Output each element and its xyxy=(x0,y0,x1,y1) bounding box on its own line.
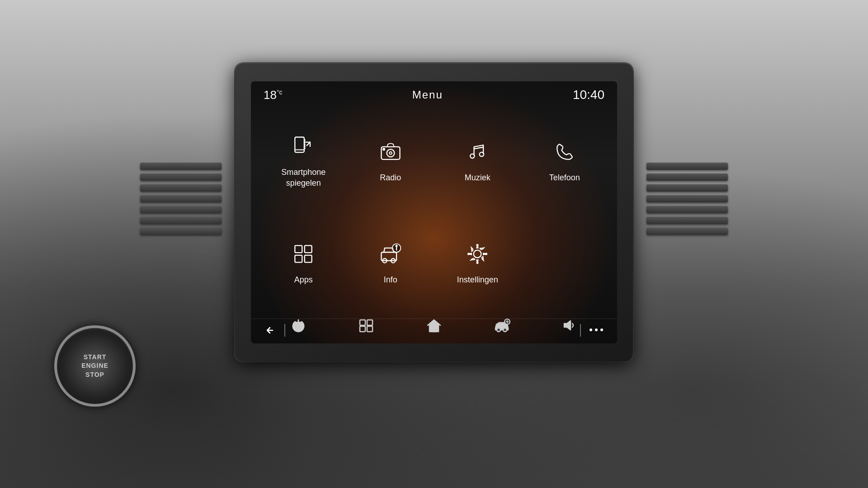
bottom-right-controls xyxy=(580,324,604,337)
radio-label: Radio xyxy=(380,173,401,183)
instellingen-label: Instellingen xyxy=(457,275,498,285)
menu-item-apps[interactable]: Apps xyxy=(260,212,347,314)
screen-bezel: 18°c Menu 10:40 xyxy=(235,63,633,361)
menu-item-muziek[interactable]: Muziek xyxy=(434,110,521,212)
menu-item-empty xyxy=(521,212,609,314)
smartphone-label: Smartphone spiegelen xyxy=(281,167,326,188)
apps-label: Apps xyxy=(294,275,313,285)
status-bar: 18°c Menu 10:40 xyxy=(251,81,617,106)
svg-rect-12 xyxy=(305,245,312,253)
music-icon xyxy=(465,139,490,168)
clock-display: 10:40 xyxy=(573,88,604,102)
infotainment-screen[interactable]: 18°c Menu 10:40 xyxy=(251,81,617,343)
menu-item-radio[interactable]: Radio xyxy=(347,110,434,212)
screen-title: Menu xyxy=(412,89,443,101)
temperature-unit: °c xyxy=(277,89,283,96)
engine-label: ENGINE xyxy=(81,361,108,371)
telefoon-label: Telefoon xyxy=(549,173,580,183)
svg-point-7 xyxy=(383,149,385,150)
more-options-button[interactable] xyxy=(588,325,604,336)
svg-point-21 xyxy=(474,250,481,258)
vent-right xyxy=(642,158,732,249)
svg-line-10 xyxy=(474,147,484,149)
stop-label: STOP xyxy=(81,371,108,380)
temperature-display: 18°c xyxy=(264,88,283,102)
svg-point-20 xyxy=(396,245,397,246)
svg-rect-14 xyxy=(305,255,312,262)
svg-point-22 xyxy=(590,328,592,331)
svg-point-8 xyxy=(470,154,474,158)
svg-point-5 xyxy=(387,149,394,157)
radio-icon xyxy=(378,139,403,168)
temperature-value: 18 xyxy=(264,88,277,102)
info-label: Info xyxy=(384,275,397,285)
bottom-left-controls xyxy=(264,324,285,337)
svg-point-9 xyxy=(480,152,484,156)
menu-item-info[interactable]: Info xyxy=(347,212,434,314)
start-engine-stop-button[interactable]: START ENGINE STOP xyxy=(54,325,136,407)
phone-icon xyxy=(552,139,577,168)
bottom-nav-bar xyxy=(251,319,617,343)
svg-point-6 xyxy=(389,152,392,155)
nav-divider-right xyxy=(580,324,581,337)
info-icon xyxy=(378,241,403,270)
svg-rect-11 xyxy=(295,245,302,253)
vent-left xyxy=(136,158,226,249)
menu-item-telefoon[interactable]: Telefoon xyxy=(521,110,609,212)
apps-icon xyxy=(291,241,316,270)
svg-rect-13 xyxy=(295,255,302,262)
back-button[interactable] xyxy=(264,324,277,337)
svg-point-24 xyxy=(600,328,603,331)
smartphone-mirror-icon xyxy=(291,134,316,163)
menu-item-instellingen[interactable]: Instellingen xyxy=(434,212,521,314)
start-label: START xyxy=(81,353,108,362)
menu-grid: Smartphone spiegelen xyxy=(251,106,617,319)
nav-divider-left xyxy=(284,324,285,337)
svg-point-23 xyxy=(595,328,598,331)
menu-item-smartphone[interactable]: Smartphone spiegelen xyxy=(260,110,347,212)
muziek-label: Muziek xyxy=(465,173,491,183)
car-interior: START ENGINE STOP 18°c Menu 10:40 xyxy=(0,0,868,488)
settings-icon xyxy=(465,241,490,270)
screen-content: 18°c Menu 10:40 xyxy=(251,81,617,343)
